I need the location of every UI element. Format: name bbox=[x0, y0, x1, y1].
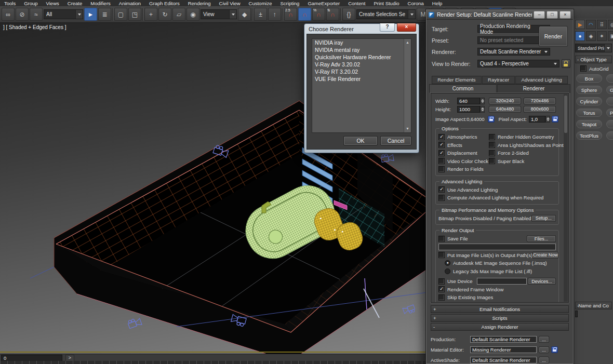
menu-item[interactable]: Views bbox=[42, 1, 63, 6]
pixel-aspect-field[interactable]: 1,0 bbox=[529, 116, 545, 123]
production-renderer-field[interactable]: Default Scanline Renderer bbox=[470, 336, 537, 343]
menu-item[interactable]: Content bbox=[344, 1, 369, 6]
menu-item[interactable]: Create bbox=[63, 1, 87, 6]
bitmap-setup-button[interactable]: Setup... bbox=[531, 215, 556, 222]
option-row[interactable]: Render Hidden Geometry bbox=[489, 133, 566, 141]
height-spinner[interactable] bbox=[480, 106, 485, 113]
lights-subtab-icon[interactable]: ✶ bbox=[597, 31, 607, 41]
menu-item[interactable]: Rendering bbox=[184, 1, 215, 6]
option-row[interactable]: Super Black bbox=[489, 157, 566, 166]
tab-renderer[interactable]: Renderer bbox=[497, 84, 570, 93]
view-to-render-dropdown[interactable]: Quad 4 - Perspective bbox=[477, 60, 559, 68]
list-scrollbar[interactable]: ▲ ▼ bbox=[404, 39, 411, 132]
save-file-row[interactable]: Save File Files... bbox=[438, 235, 556, 243]
device-field[interactable] bbox=[477, 278, 527, 285]
snap-toggle-icon[interactable]: 2.5∩ bbox=[284, 8, 297, 21]
menu-item[interactable]: Tools bbox=[0, 1, 20, 6]
renderer-list-item[interactable]: V-Ray Adv 3.20.02 bbox=[312, 61, 411, 68]
material-editor-renderer-field[interactable]: Missing Renderer bbox=[470, 346, 537, 353]
primitive-button[interactable]: Teapot bbox=[576, 120, 602, 128]
option-row[interactable]: Force 2-Sided bbox=[489, 149, 566, 157]
activeshade-renderer-field[interactable]: Default Scanline Renderer bbox=[470, 357, 537, 363]
geometry-subtab-icon[interactable]: ● bbox=[575, 31, 585, 41]
option-row[interactable]: ✓Atmospherics bbox=[438, 133, 489, 141]
menu-item[interactable]: Scripting bbox=[276, 1, 303, 6]
renderer-dropdown[interactable]: Default Scanline Renderer bbox=[477, 48, 550, 56]
panel-scrollbar[interactable] bbox=[564, 94, 568, 302]
scrollbar-thumb[interactable] bbox=[564, 96, 567, 133]
width-spinner[interactable] bbox=[480, 98, 485, 104]
output-file-path-field[interactable] bbox=[438, 244, 556, 250]
material-editor-browse-button[interactable]: ... bbox=[539, 346, 549, 353]
checkbox[interactable]: ✓ bbox=[438, 142, 445, 148]
checkbox[interactable] bbox=[438, 166, 445, 172]
close-button[interactable]: × bbox=[397, 23, 416, 32]
primitive-button[interactable]: Sphere bbox=[576, 86, 602, 94]
object-type-rollout[interactable]: - Object Type bbox=[575, 56, 612, 63]
toolbar-icon[interactable] bbox=[142, 8, 143, 21]
skip-existing-row[interactable]: Skip Existing Images bbox=[438, 293, 556, 302]
pixel-aspect-lock-icon[interactable] bbox=[552, 116, 558, 123]
modify-tab-icon[interactable]: ◠ bbox=[586, 20, 596, 29]
checkbox[interactable]: ✓ bbox=[438, 150, 445, 156]
menu-item[interactable]: Help bbox=[428, 1, 447, 6]
menu-item[interactable]: GameExporter bbox=[303, 1, 344, 6]
toolbar-icon[interactable] bbox=[340, 8, 341, 21]
bind-to-space-warp-icon[interactable]: ≈ bbox=[30, 8, 43, 21]
cancel-button[interactable]: Cancel bbox=[380, 136, 411, 145]
ok-button[interactable]: OK bbox=[343, 136, 378, 145]
spinner-snap-icon[interactable]: ⇅∩ bbox=[326, 8, 339, 21]
res-800x600-button[interactable]: 800x600 bbox=[524, 106, 556, 113]
put-image-row[interactable]: Put Image File List(s) in Output Path(s)… bbox=[438, 251, 556, 260]
activeshade-browse-button[interactable]: ... bbox=[539, 357, 549, 363]
primitive-button-clipped[interactable] bbox=[606, 74, 613, 83]
render-setup-tab[interactable]: Advanced Lighting bbox=[515, 76, 568, 84]
primitive-button[interactable]: Box bbox=[576, 74, 602, 83]
use-device-checkbox[interactable] bbox=[438, 278, 445, 285]
scroll-up-icon[interactable]: ▲ bbox=[406, 39, 409, 46]
ifl-radio[interactable] bbox=[445, 268, 450, 274]
named-selection-set-dropdown[interactable]: Create Selection Se bbox=[356, 9, 416, 19]
rendered-frame-window-row[interactable]: ✓ Rendered Frame Window bbox=[438, 286, 556, 294]
primitive-button-clipped[interactable] bbox=[606, 131, 613, 140]
imsq-radio[interactable]: ● bbox=[445, 260, 450, 266]
option-row[interactable]: Area Lights/Shadows as Points bbox=[489, 141, 566, 150]
primitive-button-clipped[interactable]: P bbox=[606, 109, 613, 117]
renderer-list-item[interactable]: NVIDIA mental ray bbox=[312, 46, 411, 53]
checkbox[interactable] bbox=[489, 158, 495, 164]
primitive-category-dropdown[interactable]: Standard Primitives bbox=[575, 44, 612, 52]
selection-filter-dropdown[interactable]: All bbox=[44, 9, 83, 19]
render-setup-tab[interactable]: Raytracer bbox=[482, 76, 515, 84]
toolbar-icon[interactable] bbox=[252, 8, 253, 21]
select-and-move-icon[interactable]: + bbox=[144, 8, 157, 21]
devices-button[interactable]: Devices... bbox=[528, 278, 556, 285]
primitive-button-clipped[interactable] bbox=[606, 97, 613, 105]
close-button[interactable]: × bbox=[559, 11, 571, 19]
use-device-row[interactable]: Use Device Devices... bbox=[438, 277, 556, 286]
menu-item[interactable]: Modifiers bbox=[86, 1, 115, 6]
option-row[interactable]: ✓Use Advanced Lighting bbox=[438, 186, 556, 194]
save-file-checkbox[interactable] bbox=[438, 236, 445, 242]
height-field[interactable]: 1000 bbox=[457, 106, 480, 113]
menu-item[interactable]: Corona bbox=[404, 1, 428, 6]
checkbox[interactable] bbox=[489, 134, 495, 140]
option-row[interactable]: Render to Fields bbox=[438, 165, 489, 173]
primitive-button-clipped[interactable]: Ge bbox=[606, 86, 613, 94]
option-row[interactable]: ✓Effects bbox=[438, 141, 489, 150]
primitive-button-clipped[interactable] bbox=[606, 120, 613, 128]
motion-tab-icon[interactable]: ◎ bbox=[608, 20, 613, 29]
checkbox[interactable] bbox=[438, 195, 445, 201]
scroll-down-icon[interactable]: ▼ bbox=[406, 125, 409, 132]
checkbox[interactable]: ✓ bbox=[438, 186, 445, 193]
option-row[interactable]: ✓Displacement bbox=[438, 149, 489, 157]
use-pivot-point-icon[interactable]: ◆ bbox=[238, 8, 251, 21]
res-320x240-button[interactable]: 320x240 bbox=[489, 98, 521, 104]
production-browse-button[interactable]: ... bbox=[539, 336, 549, 343]
option-row[interactable]: Video Color Check bbox=[438, 157, 489, 166]
unlink-selection-icon[interactable]: ⊘ bbox=[16, 8, 29, 21]
rollout-bar[interactable]: +Scripts bbox=[431, 314, 569, 322]
shapes-subtab-icon[interactable]: ◈ bbox=[586, 31, 596, 41]
rollout-bar[interactable]: -Assign Renderer bbox=[431, 323, 569, 331]
checkbox[interactable] bbox=[438, 158, 445, 164]
reference-coordinate-dropdown[interactable]: View bbox=[201, 9, 237, 19]
